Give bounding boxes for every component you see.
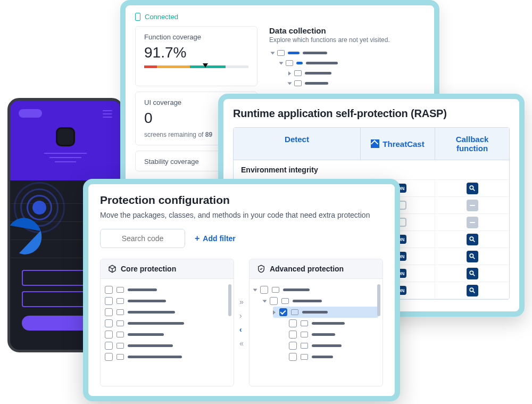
tree-item[interactable] bbox=[105, 329, 229, 340]
add-filter-button[interactable]: +Add filter bbox=[195, 234, 236, 243]
protection-panel: Protection configuration Move the packag… bbox=[83, 179, 400, 401]
cube-icon bbox=[108, 265, 117, 273]
svg-line-7 bbox=[473, 274, 475, 276]
checkbox[interactable] bbox=[279, 308, 287, 316]
data-collection-tree[interactable] bbox=[271, 50, 425, 86]
move-right-button[interactable]: › bbox=[239, 311, 244, 320]
function-coverage-card: Function coverage 91.7% bbox=[135, 26, 257, 86]
shield-check-icon bbox=[257, 265, 265, 273]
move-all-right-button[interactable]: » bbox=[239, 298, 244, 306]
tree-item[interactable] bbox=[105, 284, 229, 295]
tree-item[interactable] bbox=[282, 318, 378, 329]
scrollbar[interactable] bbox=[377, 284, 380, 316]
folder-icon bbox=[301, 320, 308, 326]
advanced-protection-panel: Advanced protection bbox=[249, 259, 383, 386]
phone-pill bbox=[19, 109, 42, 118]
protection-title: Protection configuration bbox=[100, 194, 383, 207]
move-all-left-button[interactable]: « bbox=[239, 339, 244, 348]
callback-search-button[interactable] bbox=[467, 183, 478, 194]
rasp-title: Runtime application self-protection (RAS… bbox=[233, 108, 510, 120]
tree-item[interactable] bbox=[105, 307, 229, 318]
folder-icon bbox=[117, 287, 124, 293]
callback-disabled bbox=[467, 217, 478, 228]
folder-icon bbox=[301, 343, 308, 349]
checkbox[interactable] bbox=[105, 286, 113, 294]
transfer-controls: » › ‹ « bbox=[238, 259, 245, 386]
tree-item[interactable] bbox=[282, 340, 378, 351]
checkbox[interactable] bbox=[105, 308, 113, 316]
callback-search-button[interactable] bbox=[467, 285, 478, 296]
data-collection-title: Data collection bbox=[269, 26, 425, 35]
folder-icon bbox=[281, 298, 289, 304]
folder-icon bbox=[117, 320, 124, 326]
rasp-table-header: Detect ThreatCast Callback function bbox=[234, 128, 509, 160]
tree-item[interactable] bbox=[105, 340, 229, 351]
scrollbar[interactable] bbox=[228, 284, 231, 316]
phone-icon bbox=[135, 13, 140, 21]
tree-item[interactable] bbox=[263, 295, 378, 307]
callback-search-button[interactable] bbox=[467, 234, 478, 245]
checkbox[interactable] bbox=[289, 331, 297, 339]
checkbox[interactable] bbox=[105, 319, 113, 327]
checkbox[interactable] bbox=[289, 342, 297, 350]
checkbox[interactable] bbox=[289, 319, 297, 327]
rasp-section-label: Environment integrity bbox=[234, 160, 509, 180]
svg-point-2 bbox=[470, 237, 473, 241]
chevron-right-icon[interactable] bbox=[273, 310, 276, 315]
search-input[interactable] bbox=[100, 229, 185, 248]
folder-icon bbox=[117, 354, 124, 360]
tree-item[interactable] bbox=[105, 295, 229, 307]
tree-item[interactable] bbox=[105, 351, 229, 362]
threatcast-icon bbox=[371, 139, 379, 148]
svg-line-1 bbox=[473, 189, 475, 191]
function-coverage-value: 91.7% bbox=[144, 44, 248, 61]
chevron-down-icon[interactable] bbox=[253, 288, 257, 291]
tree-item[interactable] bbox=[282, 351, 378, 362]
checkbox[interactable] bbox=[105, 342, 113, 350]
checkbox[interactable] bbox=[105, 331, 113, 339]
svg-line-3 bbox=[473, 240, 475, 242]
svg-point-4 bbox=[470, 254, 473, 258]
tree-item[interactable] bbox=[282, 329, 378, 340]
svg-line-5 bbox=[473, 257, 475, 259]
chevron-down-icon[interactable] bbox=[262, 300, 267, 302]
checkbox[interactable] bbox=[289, 353, 297, 361]
checkbox[interactable] bbox=[105, 297, 113, 305]
folder-icon bbox=[117, 343, 124, 349]
tree-item[interactable] bbox=[273, 307, 378, 318]
coverage-marker bbox=[203, 63, 208, 68]
coverage-bar bbox=[144, 65, 248, 68]
svg-point-8 bbox=[470, 288, 473, 292]
svg-point-6 bbox=[470, 271, 473, 275]
plus-icon: + bbox=[195, 234, 200, 243]
move-left-button[interactable]: ‹ bbox=[239, 325, 244, 334]
callback-search-button[interactable] bbox=[467, 251, 478, 262]
callback-search-button[interactable] bbox=[467, 268, 478, 279]
folder-icon bbox=[291, 309, 298, 315]
callback-disabled bbox=[467, 200, 478, 211]
folder-icon bbox=[301, 332, 308, 337]
folder-icon bbox=[117, 298, 124, 304]
checkbox[interactable] bbox=[105, 353, 113, 361]
checkbox[interactable] bbox=[260, 286, 268, 294]
connected-status: Connected bbox=[135, 13, 425, 21]
svg-point-0 bbox=[470, 186, 473, 189]
checkbox[interactable] bbox=[270, 297, 278, 305]
folder-icon bbox=[117, 332, 124, 337]
core-protection-panel: Core protection bbox=[100, 259, 234, 386]
tree-item[interactable] bbox=[105, 318, 229, 329]
tree-item[interactable] bbox=[254, 284, 378, 295]
folder-icon bbox=[272, 287, 279, 293]
folder-icon bbox=[301, 354, 308, 360]
hamburger-icon bbox=[103, 110, 112, 118]
camera-icon bbox=[56, 127, 75, 146]
svg-line-9 bbox=[473, 291, 475, 293]
folder-icon bbox=[117, 309, 124, 315]
